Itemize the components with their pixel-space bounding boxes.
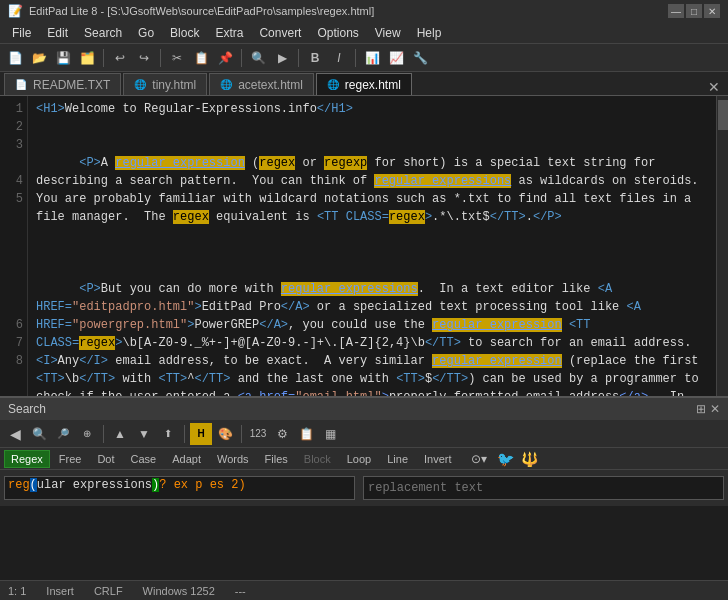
search-sep2 bbox=[184, 425, 185, 443]
extra-btn3[interactable]: 🔧 bbox=[409, 47, 431, 69]
search-prev-button[interactable]: ◀ bbox=[4, 423, 26, 445]
search-sep1 bbox=[103, 425, 104, 443]
replace-input[interactable] bbox=[363, 476, 724, 500]
new-button[interactable]: 📄 bbox=[4, 47, 26, 69]
mode-case-button[interactable]: Case bbox=[124, 450, 164, 468]
mode-regex-button[interactable]: Regex bbox=[4, 450, 50, 468]
search-count-button[interactable]: 123 bbox=[247, 423, 269, 445]
search-extra2-button[interactable]: ▦ bbox=[319, 423, 341, 445]
tab-regex[interactable]: 🌐 regex.html bbox=[316, 73, 412, 95]
search-dock-button[interactable]: ⊞ bbox=[696, 402, 706, 416]
search-toolbar: ◀ 🔍 🔎 ⊕ ▲ ▼ ⬆ H 🎨 123 ⚙ 📋 ▦ bbox=[0, 420, 728, 448]
scrollbar-thumb[interactable] bbox=[718, 100, 728, 130]
mode-words-button[interactable]: Words bbox=[210, 450, 256, 468]
line-numbers: 1 2 3 4 5 6 7 8 bbox=[0, 96, 28, 396]
search-button[interactable]: 🔍 bbox=[247, 47, 269, 69]
menu-go[interactable]: Go bbox=[130, 22, 162, 44]
mode-line-button[interactable]: Line bbox=[380, 450, 415, 468]
main-toolbar: 📄 📂 💾 🗂️ ↩ ↪ ✂ 📋 📌 🔍 ▶ B I 📊 📈 🔧 bbox=[0, 44, 728, 72]
search-opt-button[interactable]: ⚙ bbox=[271, 423, 293, 445]
status-position: 1: 1 bbox=[8, 585, 26, 597]
menu-block[interactable]: Block bbox=[162, 22, 207, 44]
menu-convert[interactable]: Convert bbox=[251, 22, 309, 44]
cut-button[interactable]: ✂ bbox=[166, 47, 188, 69]
editor-content[interactable]: <H1>Welcome to Regular-Expressions.info<… bbox=[28, 96, 716, 396]
mode-files-button[interactable]: Files bbox=[258, 450, 295, 468]
search-highlight-button[interactable]: H bbox=[190, 423, 212, 445]
tab-readme[interactable]: 📄 README.TXT bbox=[4, 73, 121, 95]
extra-btn2[interactable]: 📈 bbox=[385, 47, 407, 69]
search-up-button[interactable]: ▲ bbox=[109, 423, 131, 445]
menu-extra[interactable]: Extra bbox=[207, 22, 251, 44]
close-tab-button[interactable]: ✕ bbox=[704, 79, 724, 95]
copy-button[interactable]: 📋 bbox=[190, 47, 212, 69]
editor-line-2 bbox=[36, 118, 708, 136]
redo-button[interactable]: ↪ bbox=[133, 47, 155, 69]
search-zoom-button[interactable]: ⊕ bbox=[76, 423, 98, 445]
search-mode-bar: Regex Free Dot Case Adapt Words Files Bl… bbox=[0, 448, 728, 470]
menu-file[interactable]: File bbox=[4, 22, 39, 44]
extra-btn1[interactable]: 📊 bbox=[361, 47, 383, 69]
mode-loop-button[interactable]: Loop bbox=[340, 450, 378, 468]
mode-dot-button[interactable]: Dot bbox=[90, 450, 121, 468]
tab-bar: 📄 README.TXT 🌐 tiny.html 🌐 acetext.html … bbox=[0, 72, 728, 96]
tab-acetext-label: acetext.html bbox=[238, 78, 303, 92]
editor-line-1: <H1>Welcome to Regular-Expressions.info<… bbox=[36, 100, 708, 118]
minimize-button[interactable]: — bbox=[668, 4, 684, 18]
save-all-button[interactable]: 🗂️ bbox=[76, 47, 98, 69]
menu-search[interactable]: Search bbox=[76, 22, 130, 44]
tab-regex-label: regex.html bbox=[345, 78, 401, 92]
bold-button[interactable]: B bbox=[304, 47, 326, 69]
tab-acetext[interactable]: 🌐 acetext.html bbox=[209, 73, 314, 95]
search-zoom-in-button[interactable]: 🔍 bbox=[28, 423, 50, 445]
separator-5 bbox=[355, 49, 356, 67]
editor-scrollbar[interactable] bbox=[716, 96, 728, 396]
status-line-ending: CRLF bbox=[94, 585, 123, 597]
close-button[interactable]: ✕ bbox=[704, 4, 720, 18]
search-panel-header: Search ⊞ ✕ bbox=[0, 398, 728, 420]
search-input[interactable] bbox=[4, 476, 355, 500]
separator-3 bbox=[241, 49, 242, 67]
menu-edit[interactable]: Edit bbox=[39, 22, 76, 44]
mode-free-button[interactable]: Free bbox=[52, 450, 89, 468]
mode-block-button[interactable]: Block bbox=[297, 450, 338, 468]
window-title: EditPad Lite 8 - [S:\JGsoftWeb\source\Ed… bbox=[29, 5, 374, 17]
separator-1 bbox=[103, 49, 104, 67]
open-button[interactable]: 📂 bbox=[28, 47, 50, 69]
search-color-button[interactable]: 🎨 bbox=[214, 423, 236, 445]
app-icon: 📝 bbox=[8, 4, 23, 18]
tab-bar-controls: ✕ bbox=[704, 79, 728, 95]
search-down-button[interactable]: ▼ bbox=[133, 423, 155, 445]
search-up-all-button[interactable]: ⬆ bbox=[157, 423, 179, 445]
tab-readme-icon: 📄 bbox=[15, 79, 27, 90]
maximize-button[interactable]: □ bbox=[686, 4, 702, 18]
paste-button[interactable]: 📌 bbox=[214, 47, 236, 69]
search-next-button[interactable]: ▶ bbox=[271, 47, 293, 69]
separator-2 bbox=[160, 49, 161, 67]
mode-extra2-button[interactable]: 🐦 bbox=[495, 448, 517, 470]
status-bar: 1: 1 Insert CRLF Windows 1252 --- bbox=[0, 580, 728, 600]
menu-help[interactable]: Help bbox=[409, 22, 450, 44]
mode-invert-button[interactable]: Invert bbox=[417, 450, 459, 468]
search-close-button[interactable]: ✕ bbox=[710, 402, 720, 416]
search-panel: Search ⊞ ✕ ◀ 🔍 🔎 ⊕ ▲ ▼ ⬆ H 🎨 123 ⚙ 📋 ▦ R… bbox=[0, 396, 728, 506]
search-field-container: reg(ular expressions)? ex p es 2) bbox=[4, 476, 355, 500]
mode-extra3-button[interactable]: 🔱 bbox=[519, 448, 541, 470]
editor-line-3: <P>A regular expression (regex or regexp… bbox=[36, 136, 708, 244]
separator-4 bbox=[298, 49, 299, 67]
search-extra-button[interactable]: 📋 bbox=[295, 423, 317, 445]
search-zoom-out-button[interactable]: 🔎 bbox=[52, 423, 74, 445]
status-extra: --- bbox=[235, 585, 246, 597]
search-inputs-area: reg(ular expressions)? ex p es 2) bbox=[0, 470, 728, 506]
undo-button[interactable]: ↩ bbox=[109, 47, 131, 69]
mode-adapt-button[interactable]: Adapt bbox=[165, 450, 208, 468]
menu-bar: File Edit Search Go Block Extra Convert … bbox=[0, 22, 728, 44]
menu-options[interactable]: Options bbox=[309, 22, 366, 44]
tab-tiny[interactable]: 🌐 tiny.html bbox=[123, 73, 207, 95]
tab-readme-label: README.TXT bbox=[33, 78, 110, 92]
status-encoding: Windows 1252 bbox=[143, 585, 215, 597]
mode-extra1-button[interactable]: ⊙▾ bbox=[465, 448, 493, 470]
menu-view[interactable]: View bbox=[367, 22, 409, 44]
italic-button[interactable]: I bbox=[328, 47, 350, 69]
save-button[interactable]: 💾 bbox=[52, 47, 74, 69]
